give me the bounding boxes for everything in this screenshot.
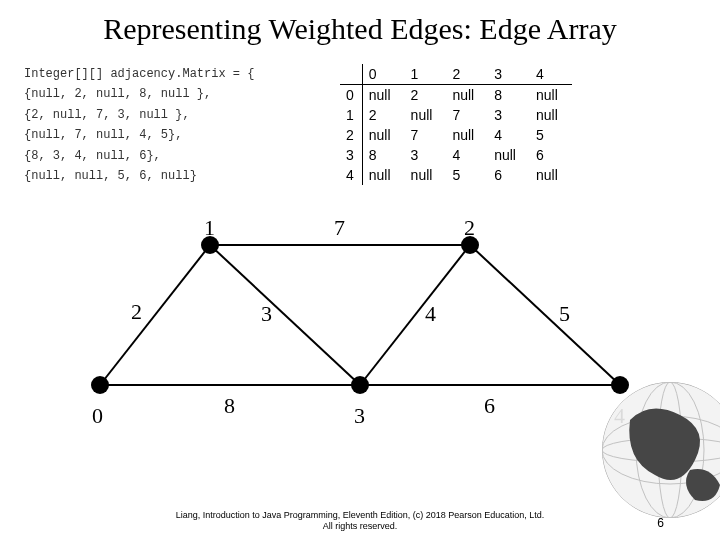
matrix-row: 2null7null45	[340, 125, 572, 145]
matrix-cell: 3	[488, 105, 530, 125]
code-row-0: {null, 2, null, 8, null },	[24, 87, 211, 101]
edge-weight-label: 7	[334, 215, 345, 241]
row-header: 2	[340, 125, 362, 145]
col-header: 4	[530, 64, 572, 85]
matrix-cell: null	[446, 125, 488, 145]
matrix-cell: null	[362, 165, 404, 185]
edge-weight-label: 2	[131, 299, 142, 325]
matrix-cell: null	[362, 125, 404, 145]
matrix-cell: 2	[362, 105, 404, 125]
matrix-cell: 8	[488, 85, 530, 106]
matrix-row: 3834null6	[340, 145, 572, 165]
node-label: 0	[92, 403, 103, 429]
col-header: 0	[362, 64, 404, 85]
page-title: Representing Weighted Edges: Edge Array	[24, 12, 696, 46]
matrix-header-row: 0 1 2 3 4	[340, 64, 572, 85]
matrix-cell: 7	[446, 105, 488, 125]
matrix-row: 4nullnull56null	[340, 165, 572, 185]
node-label: 1	[204, 215, 215, 241]
matrix-cell: 3	[405, 145, 447, 165]
graph-node	[91, 376, 109, 394]
globe-decoration	[600, 380, 720, 520]
matrix-cell: null	[446, 85, 488, 106]
row-header: 0	[340, 85, 362, 106]
edge-weight-label: 8	[224, 393, 235, 419]
matrix-row: 12null73null	[340, 105, 572, 125]
matrix-cell: null	[530, 165, 572, 185]
matrix-row: 0null2null8null	[340, 85, 572, 106]
matrix-cell: 4	[446, 145, 488, 165]
graph-edge	[210, 245, 360, 385]
matrix-cell: 2	[405, 85, 447, 106]
matrix-cell: 5	[530, 125, 572, 145]
edge-weight-label: 4	[425, 301, 436, 327]
code-row-4: {null, null, 5, 6, null}	[24, 169, 197, 183]
footer-line1: Liang, Introduction to Java Programming,…	[0, 510, 720, 521]
col-header: 3	[488, 64, 530, 85]
edge-weight-label: 6	[484, 393, 495, 419]
globe-icon	[600, 380, 720, 520]
node-label: 3	[354, 403, 365, 429]
matrix-cell: 6	[530, 145, 572, 165]
code-row-1: {2, null, 7, 3, null },	[24, 108, 190, 122]
matrix-cell: 4	[488, 125, 530, 145]
adjacency-matrix: 0 1 2 3 4 0null2null8null12null73null2nu…	[340, 64, 696, 185]
matrix-cell: 5	[446, 165, 488, 185]
graph-svg	[60, 210, 660, 420]
page-number: 6	[657, 516, 664, 530]
graph-edge	[360, 245, 470, 385]
matrix-corner	[340, 64, 362, 85]
matrix-cell: 6	[488, 165, 530, 185]
matrix-cell: null	[488, 145, 530, 165]
col-header: 2	[446, 64, 488, 85]
edge-weight-label: 3	[261, 301, 272, 327]
matrix-cell: 7	[405, 125, 447, 145]
node-label: 2	[464, 215, 475, 241]
matrix-cell: null	[530, 85, 572, 106]
graph-diagram: 273845601234	[60, 210, 660, 420]
edge-weight-label: 5	[559, 301, 570, 327]
footer-line2: All rights reserved.	[0, 521, 720, 532]
code-block: Integer[][] adjacency.Matrix = { {null, …	[24, 64, 324, 186]
row-header: 3	[340, 145, 362, 165]
code-row-2: {null, 7, null, 4, 5},	[24, 128, 182, 142]
matrix-body: 0null2null8null12null73null2null7null453…	[340, 85, 572, 186]
graph-node	[351, 376, 369, 394]
matrix-cell: null	[530, 105, 572, 125]
graph-edge	[470, 245, 620, 385]
slide: Representing Weighted Edges: Edge Array …	[0, 0, 720, 540]
matrix-cell: null	[405, 105, 447, 125]
matrix-cell: 8	[362, 145, 404, 165]
content-row: Integer[][] adjacency.Matrix = { {null, …	[24, 64, 696, 186]
code-row-3: {8, 3, 4, null, 6},	[24, 149, 161, 163]
matrix-cell: null	[405, 165, 447, 185]
col-header: 1	[405, 64, 447, 85]
code-decl: Integer[][] adjacency.Matrix = {	[24, 67, 254, 81]
row-header: 1	[340, 105, 362, 125]
matrix-table: 0 1 2 3 4 0null2null8null12null73null2nu…	[340, 64, 572, 185]
matrix-cell: null	[362, 85, 404, 106]
footer: Liang, Introduction to Java Programming,…	[0, 510, 720, 532]
graph-edge	[100, 245, 210, 385]
row-header: 4	[340, 165, 362, 185]
